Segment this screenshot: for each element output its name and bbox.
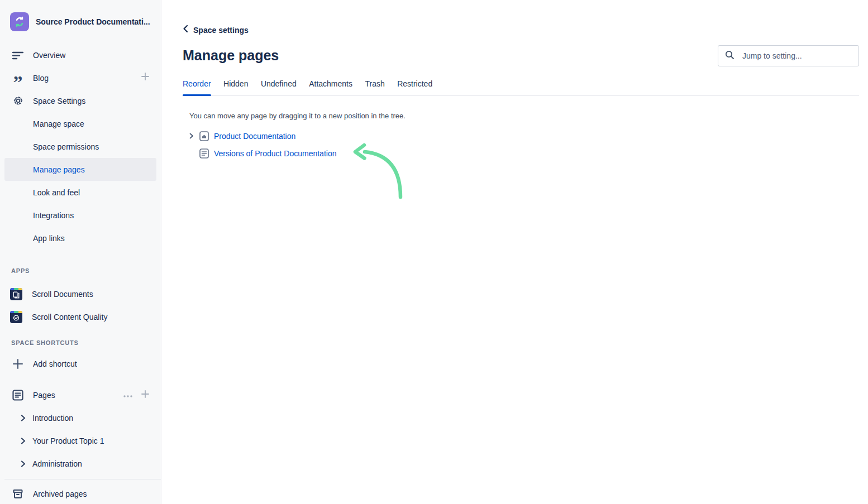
sidebar-item-scroll-content-quality[interactable]: Scroll Content Quality bbox=[0, 305, 161, 328]
tree-link-versions-of-product-documentation[interactable]: Versions of Product Documentation bbox=[214, 149, 336, 158]
archived-pages-label: Archived pages bbox=[33, 489, 150, 498]
sidebar-item-label: Scroll Documents bbox=[32, 290, 93, 299]
jump-to-setting-search[interactable] bbox=[718, 45, 859, 66]
sidebar-item-scroll-documents[interactable]: Scroll Documents bbox=[0, 282, 161, 305]
pages-section-label: Pages bbox=[33, 391, 115, 400]
sidebar-item-label: Blog bbox=[33, 74, 141, 83]
chevron-right-icon[interactable] bbox=[189, 133, 195, 139]
space-header[interactable]: Source Product Documentati... bbox=[0, 0, 161, 44]
plus-icon bbox=[11, 358, 25, 369]
sidebar-item-integrations[interactable]: Integrations bbox=[0, 204, 161, 227]
manage-pages-content: Space settings Manage pages Reorder Hidd… bbox=[161, 0, 868, 504]
sidebar-item-label: Space Settings bbox=[33, 97, 150, 105]
space-shortcuts-section-label: SPACE SHORTCUTS bbox=[0, 334, 161, 351]
quote-icon: ” bbox=[11, 71, 25, 85]
sidebar-item-overview[interactable]: Overview bbox=[0, 44, 161, 66]
tab-restricted[interactable]: Restricted bbox=[397, 79, 432, 95]
more-icon[interactable] bbox=[123, 390, 133, 400]
sidebar-page-label: Introduction bbox=[32, 414, 73, 423]
add-page-icon[interactable] bbox=[141, 390, 150, 401]
scroll-content-quality-icon bbox=[10, 311, 22, 323]
manage-pages-tabs: Reorder Hidden Undefined Attachments Tra… bbox=[183, 79, 859, 96]
add-blog-post-icon[interactable] bbox=[141, 72, 150, 84]
sidebar-page-label: Administration bbox=[32, 459, 82, 468]
tree-row: Versions of Product Documentation bbox=[189, 145, 336, 162]
chevron-left-icon bbox=[183, 25, 188, 35]
chevron-right-icon[interactable] bbox=[21, 438, 26, 444]
sidebar-item-look-and-feel[interactable]: Look and feel bbox=[0, 181, 161, 204]
tab-attachments[interactable]: Attachments bbox=[309, 79, 352, 95]
tab-undefined[interactable]: Undefined bbox=[261, 79, 297, 95]
reorder-page-tree: Product Documentation Versions of Produc… bbox=[189, 127, 336, 162]
add-shortcut-label: Add shortcut bbox=[33, 359, 150, 368]
sidebar-page-introduction[interactable]: Introduction bbox=[0, 406, 161, 429]
page-title: Manage pages bbox=[183, 47, 279, 64]
back-link-label: Space settings bbox=[193, 26, 249, 35]
sidebar-item-blog[interactable]: ” Blog bbox=[0, 66, 161, 89]
chevron-right-icon[interactable] bbox=[21, 460, 26, 467]
sidebar-item-archived-pages[interactable]: Archived pages bbox=[0, 482, 161, 504]
pages-section-header[interactable]: Pages bbox=[0, 383, 161, 406]
sidebar-item-label: Overview bbox=[33, 51, 150, 60]
back-to-space-settings-link[interactable]: Space settings bbox=[183, 25, 249, 35]
tab-reorder[interactable]: Reorder bbox=[183, 79, 211, 95]
search-icon bbox=[725, 50, 735, 62]
overview-icon bbox=[11, 51, 25, 60]
drag-instruction-text: You can move any page by dragging it to … bbox=[189, 112, 406, 120]
sidebar-divider bbox=[4, 479, 161, 479]
chevron-right-icon[interactable] bbox=[21, 415, 26, 421]
document-icon bbox=[199, 148, 209, 159]
space-logo-icon bbox=[10, 12, 29, 31]
search-input[interactable] bbox=[741, 51, 852, 61]
sidebar-page-your-product-topic-1[interactable]: Your Product Topic 1 bbox=[0, 429, 161, 452]
sidebar-item-space-settings[interactable]: Space Settings bbox=[0, 89, 161, 112]
sidebar-item-manage-pages[interactable]: Manage pages bbox=[4, 158, 156, 181]
pages-icon bbox=[11, 389, 25, 401]
sidebar-item-label: Scroll Content Quality bbox=[32, 313, 107, 321]
sidebar-item-manage-space[interactable]: Manage space bbox=[0, 112, 161, 135]
tab-hidden[interactable]: Hidden bbox=[223, 79, 248, 95]
archive-box-icon bbox=[11, 488, 25, 500]
space-sidebar: Source Product Documentati... Overview ”… bbox=[0, 0, 161, 504]
sidebar-page-administration[interactable]: Administration bbox=[0, 452, 161, 475]
sidebar-page-label: Your Product Topic 1 bbox=[32, 436, 104, 445]
sidebar-item-space-permissions[interactable]: Space permissions bbox=[0, 135, 161, 158]
tab-trash[interactable]: Trash bbox=[365, 79, 384, 95]
scroll-documents-icon bbox=[10, 288, 22, 300]
gear-icon bbox=[11, 95, 25, 106]
add-shortcut-button[interactable]: Add shortcut bbox=[0, 352, 161, 375]
tree-row: Product Documentation bbox=[189, 127, 336, 145]
space-name: Source Product Documentati... bbox=[36, 17, 150, 26]
sidebar-item-app-links[interactable]: App links bbox=[0, 227, 161, 249]
annotation-arrow-icon bbox=[351, 141, 404, 200]
apps-section-label: APPS bbox=[0, 262, 161, 279]
confluence-space-settings-window: Source Product Documentati... Overview ”… bbox=[0, 0, 868, 504]
tree-link-product-documentation[interactable]: Product Documentation bbox=[214, 132, 295, 141]
home-page-icon bbox=[199, 131, 209, 141]
